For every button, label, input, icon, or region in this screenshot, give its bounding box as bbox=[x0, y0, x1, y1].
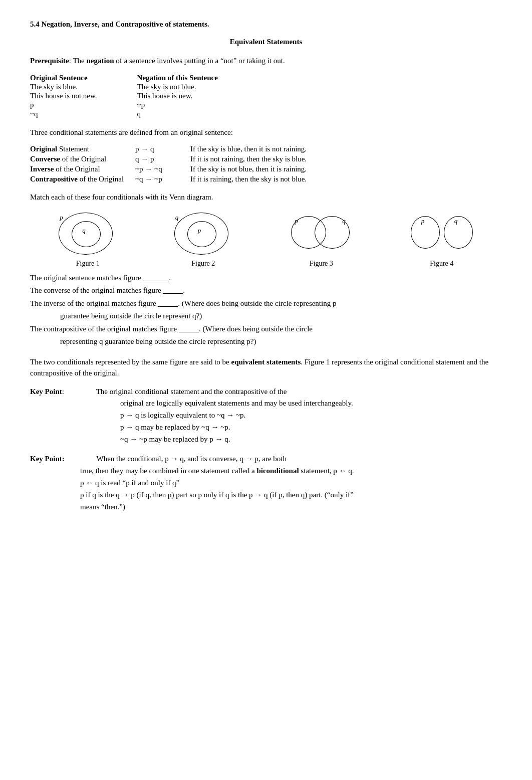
stmt-expr-contrapositive: ~q → ~p bbox=[135, 175, 190, 183]
negation-row-1: The sky is not blue. bbox=[137, 83, 218, 91]
stmt-row-converse: Converse of the Original q → p If it is … bbox=[30, 155, 502, 163]
key-point-1-block: original are logically equivalent statem… bbox=[120, 397, 502, 445]
match-contra-text: The contrapositive of the original match… bbox=[30, 325, 179, 333]
key-point-1: Key Point: The original conditional stat… bbox=[30, 386, 502, 446]
label-p-fig1: p bbox=[60, 214, 63, 222]
equiv-bold: equivalent statements bbox=[231, 358, 301, 366]
key-point-1-label: Key Point bbox=[30, 387, 62, 396]
stmt-desc-original: If the sky is blue, then it is not raini… bbox=[190, 145, 502, 153]
match-contrapositive: The contrapositive of the original match… bbox=[30, 323, 502, 348]
venn-diagram-2: p q bbox=[173, 210, 233, 258]
prerequisite: Prerequisite: The negation of a sentence… bbox=[30, 55, 502, 67]
prereq-rest: of a sentence involves putting in a “not… bbox=[114, 57, 285, 65]
stmt-row-contrapositive: Contrapositive of the Original ~q → ~p I… bbox=[30, 175, 502, 183]
match-contra-indent: representing q guarantee being outside t… bbox=[60, 335, 502, 348]
prereq-label: Prerequisite bbox=[30, 57, 69, 65]
stmt-desc-inverse: If the sky is not blue, then it is raini… bbox=[190, 165, 502, 173]
stmt-label-contrapositive: Contrapositive of the Original bbox=[30, 175, 135, 183]
venn-diagram-3: p q bbox=[289, 210, 354, 258]
label-q-fig1: q bbox=[82, 227, 86, 235]
key-point-1-indent-text: The original conditional statement and t… bbox=[96, 387, 287, 396]
key-point-1-line2: p → q is logically equivalent to ~q → ~p… bbox=[120, 409, 502, 421]
match-inverse-indent: guarantee being outside the circle repre… bbox=[60, 310, 502, 323]
match-inverse-text: The inverse of the original matches figu… bbox=[30, 299, 158, 307]
original-row-4: ~q bbox=[30, 110, 97, 118]
circle-p-fig4 bbox=[411, 216, 440, 249]
key-point-2-line3: p if q is the q → p (if q, then p) part … bbox=[80, 489, 502, 501]
match-original: The original sentence matches figure . bbox=[30, 272, 502, 285]
figure-2-label: Figure 2 bbox=[191, 260, 215, 268]
key-point-2: Key Point: When the conditional, p → q, … bbox=[30, 453, 502, 513]
key-point-1-line3: p → q may be replaced by ~q → ~p. bbox=[120, 421, 502, 433]
section-title: 5.4 Negation, Inverse, and Contrapositiv… bbox=[30, 20, 502, 29]
stmt-expr-original: p → q bbox=[135, 145, 190, 153]
venn-figures-row: q p Figure 1 p q Figure 2 p q Figure 3 bbox=[30, 210, 502, 268]
original-col-header: Original Sentence bbox=[30, 74, 97, 82]
circle-p-fig2 bbox=[187, 221, 216, 247]
figure-3: p q Figure 3 bbox=[289, 210, 354, 268]
match-contra-blank bbox=[179, 332, 199, 332]
match-original-text: The original sentence matches figure bbox=[30, 274, 143, 282]
match-converse-period: . bbox=[183, 286, 185, 294]
venn-diagram-1: q p bbox=[58, 210, 118, 258]
stmt-table: Original Statement p → q If the sky is b… bbox=[30, 145, 502, 183]
match-inverse: The inverse of the original matches figu… bbox=[30, 297, 502, 323]
match-inverse-blank bbox=[158, 306, 178, 307]
stmt-row-inverse: Inverse of the Original ~p → ~q If the s… bbox=[30, 165, 502, 173]
figure-3-label: Figure 3 bbox=[310, 260, 333, 268]
figure-2: p q Figure 2 bbox=[173, 210, 233, 268]
match-inverse-period: . (Where does being outside the circle r… bbox=[178, 299, 336, 307]
venn-diagram-4: p q bbox=[409, 210, 474, 258]
match-text: Match each of these four conditionals wi… bbox=[30, 191, 502, 203]
match-converse-blank bbox=[163, 293, 183, 294]
negation-row-2: This house is new. bbox=[137, 92, 218, 100]
original-row-1: The sky is blue. bbox=[30, 83, 97, 91]
circle-q-fig1 bbox=[72, 221, 101, 247]
label-p-fig3: p bbox=[295, 217, 298, 225]
matches-section: The original sentence matches figure . T… bbox=[30, 272, 502, 348]
label-p-fig4: p bbox=[421, 217, 425, 225]
circle-q-fig4 bbox=[444, 216, 473, 249]
stmt-label-converse: Converse of the Original bbox=[30, 155, 135, 163]
label-p-fig2: p bbox=[198, 227, 201, 235]
negation-col: Negation of this Sentence The sky is not… bbox=[137, 74, 218, 119]
equivalent-para: The two conditionals represented by the … bbox=[30, 356, 502, 379]
stmt-desc-contrapositive: If it is raining, then the sky is not bl… bbox=[190, 175, 502, 183]
prereq-bold: negation bbox=[86, 57, 114, 65]
key-point-1-line1: original are logically equivalent statem… bbox=[120, 397, 502, 409]
stmt-desc-converse: If it is not raining, then the sky is bl… bbox=[190, 155, 502, 163]
stmt-label-original: Original Statement bbox=[30, 145, 135, 153]
key-point-2-line2: p ↔ q is read “p if and only if q” bbox=[80, 477, 502, 489]
label-q-fig3: q bbox=[342, 217, 346, 225]
key-point-2-intro: When the conditional, p → q, and its con… bbox=[97, 455, 287, 463]
key-point-2-line4: means “then.”) bbox=[80, 501, 502, 513]
three-statements-intro: Three conditional statements are defined… bbox=[30, 127, 502, 138]
stmt-label-inverse: Inverse of the Original bbox=[30, 165, 135, 173]
key-point-2-block: true, then they may be combined in one s… bbox=[80, 465, 502, 513]
original-row-2: This house is not new. bbox=[30, 92, 97, 100]
label-q-fig2: q bbox=[175, 214, 179, 222]
key-point-2-line1: true, then they may be combined in one s… bbox=[80, 465, 502, 477]
label-q-fig4: q bbox=[454, 217, 458, 225]
key-point-1-colon: : bbox=[62, 387, 66, 396]
biconditional-bold: biconditional bbox=[256, 467, 299, 475]
two-col-table: Original Sentence The sky is blue. This … bbox=[30, 74, 502, 119]
key-point-2-label: Key Point: bbox=[30, 455, 65, 463]
match-converse: The converse of the original matches fig… bbox=[30, 284, 502, 297]
match-contra-period: . (Where does being outside the circle bbox=[199, 325, 313, 333]
figure-4-label: Figure 4 bbox=[430, 260, 453, 268]
negation-row-4: q bbox=[137, 110, 218, 118]
match-original-period: . bbox=[169, 274, 171, 282]
figure-1-label: Figure 1 bbox=[76, 260, 100, 268]
key-point-1-line4: ~q → ~p may be replaced by p → q. bbox=[120, 433, 502, 445]
figure-1: q p Figure 1 bbox=[58, 210, 118, 268]
match-converse-text: The converse of the original matches fig… bbox=[30, 286, 163, 294]
stmt-expr-inverse: ~p → ~q bbox=[135, 165, 190, 173]
match-original-blank bbox=[143, 281, 169, 281]
original-row-3: p bbox=[30, 101, 97, 109]
negation-row-3: ~p bbox=[137, 101, 218, 109]
figure-4: p q Figure 4 bbox=[409, 210, 474, 268]
center-title: Equivalent Statements bbox=[30, 38, 502, 46]
original-col: Original Sentence The sky is blue. This … bbox=[30, 74, 97, 119]
stmt-expr-converse: q → p bbox=[135, 155, 190, 163]
